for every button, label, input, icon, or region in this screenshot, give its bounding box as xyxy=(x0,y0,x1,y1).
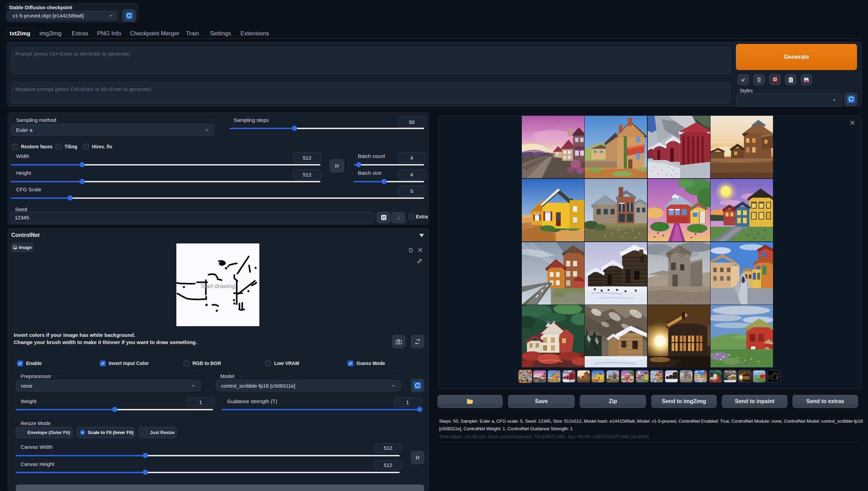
svg-text:Start drawing: Start drawing xyxy=(201,283,235,289)
